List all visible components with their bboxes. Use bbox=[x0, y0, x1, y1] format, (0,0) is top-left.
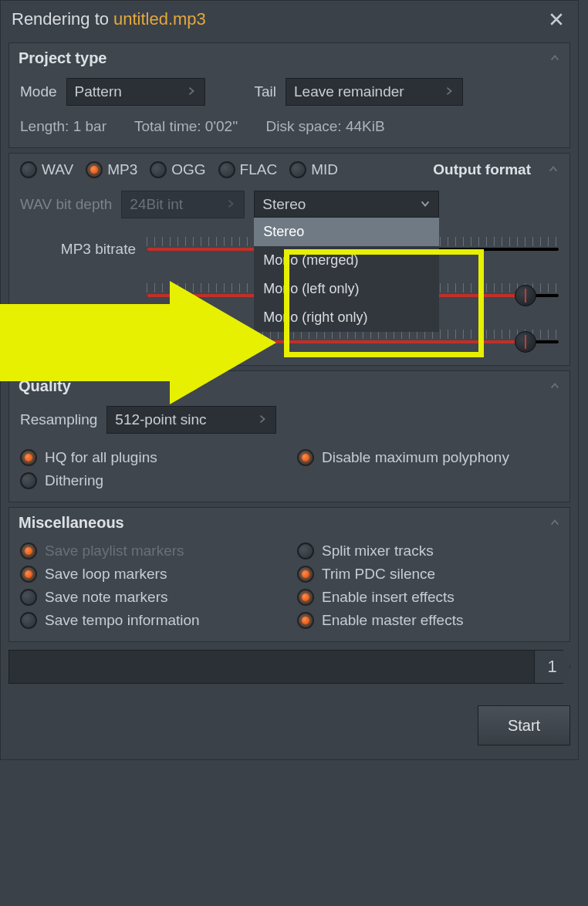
chevron-down-icon bbox=[412, 196, 431, 213]
wav-depth-dropdown[interactable]: 24Bit int bbox=[121, 191, 245, 218]
slider-fill bbox=[147, 248, 270, 251]
mode-label: Mode bbox=[20, 83, 57, 100]
mp3-bitrate-label: MP3 bitrate bbox=[20, 241, 136, 258]
title-filename: untitled.mp3 bbox=[113, 9, 206, 29]
format-ogg-label: OGG bbox=[171, 161, 205, 178]
wav-depth-label: WAV bit depth bbox=[20, 196, 112, 213]
radio-icon bbox=[297, 612, 314, 629]
section-header-project-type[interactable]: Project type bbox=[9, 43, 569, 70]
render-dialog: Rendering to untitled.mp3 Project type M… bbox=[0, 0, 579, 760]
title-prefix: Rendering to bbox=[12, 9, 109, 29]
check-save-loop-markers[interactable]: Save loop markers bbox=[20, 566, 282, 583]
check-label: Enable insert effects bbox=[322, 589, 455, 606]
chevron-right-icon bbox=[436, 83, 455, 100]
channel-option-mono-merged[interactable]: Mono (merged) bbox=[254, 246, 439, 275]
start-button[interactable]: Start bbox=[478, 705, 570, 745]
check-dithering[interactable]: Dithering bbox=[20, 472, 282, 489]
channel-option-mono-left[interactable]: Mono (left only) bbox=[254, 275, 439, 303]
radio-icon bbox=[20, 612, 37, 629]
section-title: Miscellaneous bbox=[19, 514, 124, 532]
check-hq-plugins[interactable]: HQ for all plugins bbox=[20, 449, 282, 466]
length-info: Length: 1 bar bbox=[20, 118, 106, 135]
check-split-mixer-tracks[interactable]: Split mixer tracks bbox=[297, 543, 559, 559]
format-flac-label: FLAC bbox=[240, 161, 278, 178]
progress-bar: 1 bbox=[8, 650, 570, 684]
section-header-quality[interactable]: Quality bbox=[9, 371, 569, 398]
radio-icon bbox=[150, 161, 167, 178]
resampling-dropdown[interactable]: 512-point sinc bbox=[106, 406, 276, 434]
check-save-playlist-markers[interactable]: Save playlist markers bbox=[20, 543, 282, 559]
check-label: Save note markers bbox=[45, 589, 167, 606]
check-disable-polyphony[interactable]: Disable maximum polyphony bbox=[297, 449, 559, 466]
radio-icon bbox=[20, 543, 37, 559]
wav-depth-value: 24Bit int bbox=[130, 196, 183, 213]
check-label: HQ for all plugins bbox=[45, 449, 157, 466]
radio-icon bbox=[20, 161, 37, 178]
format-mp3[interactable]: MP3 bbox=[86, 161, 137, 178]
chevron-right-icon bbox=[218, 196, 236, 213]
mode-dropdown[interactable]: Pattern bbox=[66, 78, 205, 106]
channel-option-mono-right[interactable]: Mono (right only) bbox=[254, 303, 439, 332]
check-label: Save tempo information bbox=[45, 612, 200, 629]
check-label: Save loop markers bbox=[45, 566, 167, 583]
check-label: Save playlist markers bbox=[45, 543, 184, 559]
format-ogg[interactable]: OGG bbox=[150, 161, 205, 178]
slider-knob[interactable] bbox=[515, 285, 536, 306]
chevron-up-icon bbox=[549, 377, 560, 395]
check-save-note-markers[interactable]: Save note markers bbox=[20, 589, 282, 606]
check-enable-insert-effects[interactable]: Enable insert effects bbox=[297, 589, 559, 606]
check-label: Trim PDC silence bbox=[322, 566, 435, 583]
tail-value: Leave remainder bbox=[294, 83, 404, 100]
titlebar: Rendering to untitled.mp3 bbox=[1, 1, 578, 38]
format-wav-label: WAV bbox=[42, 161, 73, 178]
radio-icon bbox=[86, 161, 103, 178]
check-label: Enable master effects bbox=[322, 612, 463, 629]
chevron-up-icon bbox=[549, 514, 560, 532]
progress-track bbox=[8, 650, 535, 684]
close-button[interactable] bbox=[546, 8, 567, 30]
diskspace-info: Disk space: 44KiB bbox=[265, 118, 384, 135]
mode-value: Pattern bbox=[75, 83, 122, 100]
chevron-right-icon bbox=[178, 83, 197, 100]
chevron-up-icon bbox=[548, 161, 559, 178]
check-label: Split mixer tracks bbox=[322, 543, 434, 559]
section-output-format: WAV MP3 OGG FLAC MID Output format WAV b… bbox=[8, 153, 570, 366]
chevron-up-icon bbox=[549, 49, 560, 67]
close-icon bbox=[549, 12, 563, 26]
slider-knob[interactable] bbox=[515, 331, 536, 353]
radio-icon bbox=[297, 449, 314, 466]
section-title: Project type bbox=[19, 49, 106, 67]
format-flac[interactable]: FLAC bbox=[218, 161, 278, 178]
format-mp3-label: MP3 bbox=[107, 161, 137, 178]
radio-icon bbox=[20, 449, 37, 466]
progress-count: 1 bbox=[535, 650, 570, 684]
radio-icon bbox=[20, 472, 37, 489]
check-trim-pdc-silence[interactable]: Trim PDC silence bbox=[297, 566, 559, 583]
tail-label: Tail bbox=[255, 83, 277, 100]
format-wav[interactable]: WAV bbox=[20, 161, 73, 178]
radio-icon bbox=[297, 543, 314, 559]
radio-icon bbox=[218, 161, 235, 178]
check-save-tempo-info[interactable]: Save tempo information bbox=[20, 612, 282, 629]
radio-icon bbox=[20, 589, 37, 606]
section-title: Quality bbox=[19, 377, 71, 395]
totaltime-info: Total time: 0'02'' bbox=[134, 118, 238, 135]
channel-value: Stereo bbox=[262, 196, 306, 213]
format-mid-label: MID bbox=[311, 161, 338, 178]
section-header-misc[interactable]: Miscellaneous bbox=[9, 508, 569, 535]
section-miscellaneous: Miscellaneous Save playlist markers Spli… bbox=[8, 507, 570, 642]
channel-option-stereo[interactable]: Stereo bbox=[254, 218, 439, 246]
radio-icon bbox=[297, 566, 314, 583]
radio-icon bbox=[20, 566, 37, 583]
channel-dropdown-menu: Stereo Mono (merged) Mono (left only) Mo… bbox=[254, 217, 439, 332]
tail-dropdown[interactable]: Leave remainder bbox=[286, 78, 463, 106]
resampling-label: Resampling bbox=[20, 411, 97, 428]
output-format-title: Output format bbox=[433, 161, 531, 178]
format-mid[interactable]: MID bbox=[289, 161, 338, 178]
channel-dropdown[interactable]: Stereo Stereo Mono (merged) Mono (left o… bbox=[254, 191, 439, 218]
section-quality: Quality Resampling 512-point sinc HQ for… bbox=[8, 370, 570, 502]
check-enable-master-effects[interactable]: Enable master effects bbox=[297, 612, 559, 629]
radio-icon bbox=[289, 161, 306, 178]
resampling-value: 512-point sinc bbox=[115, 411, 206, 428]
section-project-type: Project type Mode Pattern Tail Leave rem… bbox=[8, 42, 570, 148]
